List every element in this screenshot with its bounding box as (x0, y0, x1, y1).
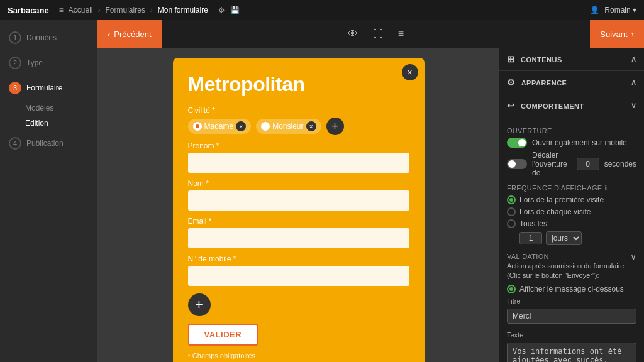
add-option-button[interactable]: + (326, 118, 344, 135)
step-label-type: Type (26, 58, 43, 67)
user-label[interactable]: Romain ▾ (604, 6, 636, 14)
section-comportement-header[interactable]: ↩ COMPORTEMENT ∨ (499, 94, 644, 117)
days-select[interactable]: jours (546, 231, 582, 245)
list-icon[interactable]: ≡ (396, 26, 406, 42)
user-icon: 👤 (590, 6, 599, 14)
next-arrow-icon: › (631, 30, 634, 39)
freq-first-label: Lors de la première visite (519, 195, 604, 204)
validation-chevron-icon[interactable]: ∨ (630, 251, 636, 261)
sidebar-step-donnees[interactable]: 1 Données (0, 25, 97, 50)
email-input[interactable] (188, 228, 409, 248)
freq-each-visit[interactable]: Lors de chaque visite (507, 207, 636, 216)
texte-textarea[interactable] (507, 343, 636, 362)
step-num-3: 3 (9, 82, 21, 94)
next-label: Suivant (600, 30, 627, 39)
save-icon[interactable]: 💾 (230, 6, 240, 14)
next-button[interactable]: Suivant › (590, 20, 644, 48)
freq-first-visit[interactable]: Lors de la première visite (507, 195, 636, 204)
main-layout: 1 Données 2 Type 3 Formulaire Modèles Ed… (0, 20, 644, 362)
prenom-input[interactable] (188, 153, 409, 173)
toggle-delay-row: Décaler l'ouverture de secondes (507, 151, 636, 177)
freq-tous[interactable]: Tous les (507, 219, 636, 228)
nav-menu-icon[interactable]: ≡ (59, 6, 64, 14)
wizard-tools: 👁 ⛶ ≡ (162, 26, 591, 42)
breadcrumb-formulaires[interactable]: Formulaires (105, 6, 145, 14)
sidebar-sub: Modèles Edition (0, 101, 97, 131)
titre-input[interactable] (507, 309, 636, 324)
prev-label: Précédent (114, 30, 151, 39)
step-label-formulaire: Formulaire (26, 84, 62, 92)
apparence-chevron-icon: ∧ (631, 78, 637, 87)
texte-label: Texte (507, 331, 636, 339)
freq-each-label: Lors de chaque visite (519, 207, 591, 216)
monsieur-remove-icon[interactable]: × (306, 121, 316, 131)
prev-button[interactable]: ‹ Précédent (97, 20, 162, 48)
prenom-label: Prénom * (188, 141, 409, 150)
form-close-button[interactable]: × (402, 64, 418, 80)
sidebar-step-publication[interactable]: 4 Publication (0, 131, 97, 156)
madame-remove-icon[interactable]: × (236, 121, 246, 131)
email-label: Email * (188, 217, 409, 226)
form-card: × Metropolitan Civilité * Madame × Monsi… (173, 58, 425, 362)
civility-row: Madame × Monsieur × + (188, 118, 409, 135)
delay-unit: secondes (604, 160, 636, 168)
breadcrumb-current: Mon formulaire (158, 6, 208, 14)
submit-button[interactable]: VALIDER (188, 324, 258, 346)
toggle-delay-knob (508, 160, 516, 168)
sidebar-step-formulaire[interactable]: 3 Formulaire (0, 75, 97, 101)
freq-first-radio (507, 195, 516, 204)
ouverture-label: OUVERTURE (507, 127, 636, 134)
section-contenus-header[interactable]: ⊞ CONTENUS ∧ (499, 48, 644, 70)
sidebar-step-type[interactable]: 2 Type (0, 50, 97, 75)
mobile-input[interactable] (188, 266, 409, 286)
toggle-delay[interactable] (507, 159, 527, 169)
section-contenus: ⊞ CONTENUS ∧ (499, 48, 644, 71)
section-apparence-header[interactable]: ⚙ APPARENCE ∧ (499, 71, 644, 94)
toggle-mobile-label: Ouvrir également sur mobile (532, 138, 627, 147)
monsieur-option[interactable]: Monsieur × (256, 119, 321, 134)
toggle-mobile[interactable] (507, 138, 527, 148)
section-apparence: ⚙ APPARENCE ∧ (499, 71, 644, 94)
madame-radio (193, 122, 202, 131)
form-title: Metropolitan (188, 73, 409, 96)
radio-afficher-label: Afficher le message ci-dessous (519, 285, 624, 293)
contenus-label: CONTENUS (521, 56, 562, 63)
fullscreen-icon[interactable]: ⛶ (370, 26, 386, 42)
madame-label: Madame (204, 122, 234, 131)
comportement-chevron-icon: ∨ (631, 101, 637, 110)
mobile-label: N° de mobile * (188, 255, 409, 263)
titre-label: Titre (507, 297, 636, 305)
user-area: 👤 Romain ▾ (590, 6, 636, 14)
step-num-2: 2 (9, 57, 21, 69)
comportement-content: OUVERTURE Ouvrir également sur mobile (499, 117, 644, 362)
freq-days-row: jours (519, 231, 636, 245)
sidebar-sub-modeles[interactable]: Modèles (25, 101, 97, 116)
days-input[interactable] (519, 232, 542, 244)
add-field-button[interactable]: + (188, 293, 211, 316)
step-label-publication: Publication (26, 139, 64, 148)
monsieur-radio (261, 122, 270, 131)
preview-icon[interactable]: 👁 (345, 26, 360, 42)
section-comportement: ↩ COMPORTEMENT ∨ OUVERTURE Ouvrir égal (499, 94, 644, 362)
step-label-donnees: Données (26, 33, 57, 42)
apparence-icon: ⚙ (507, 77, 516, 87)
apparence-label: APPARENCE (521, 79, 567, 87)
nom-label: Nom * (188, 179, 409, 188)
madame-option[interactable]: Madame × (188, 119, 252, 134)
delay-input[interactable] (577, 158, 599, 170)
freq-tous-label: Tous les (519, 219, 547, 228)
settings-icon[interactable]: ⚙ (218, 6, 225, 14)
frequence-label: FRÉQUENCE D'AFFICHAGE (507, 184, 602, 192)
radio-afficher-circle (507, 285, 516, 293)
frequence-info-icon: ℹ (604, 184, 608, 192)
radio-afficher[interactable]: Afficher le message ci-dessous (507, 285, 636, 293)
wizard-bar: ‹ Précédent 👁 ⛶ ≡ Suivant › (97, 20, 644, 48)
nom-input[interactable] (188, 190, 409, 211)
comportement-label: COMPORTEMENT (521, 102, 584, 110)
freq-each-radio (507, 207, 516, 216)
sidebar-sub-edition[interactable]: Edition (25, 116, 97, 131)
required-note: * Champs obligatoires (188, 352, 409, 359)
comportement-icon: ↩ (507, 101, 515, 111)
civility-label: Civilité * (188, 106, 409, 115)
breadcrumb-accueil[interactable]: Accueil (69, 6, 93, 14)
